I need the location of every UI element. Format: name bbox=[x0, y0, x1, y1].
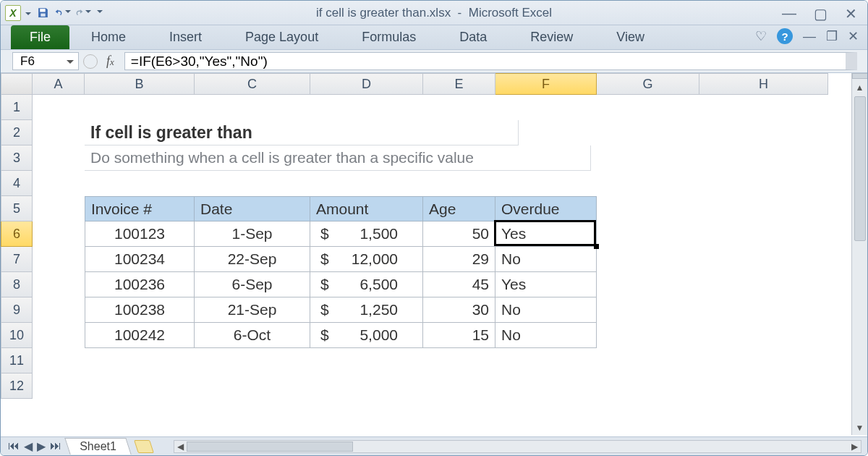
cell-F8[interactable]: Yes bbox=[495, 272, 597, 297]
horizontal-scrollbar[interactable]: ◀▶ bbox=[174, 440, 861, 453]
column-header[interactable]: A bbox=[33, 73, 85, 95]
cell-D10[interactable]: $5,000 bbox=[310, 323, 423, 348]
ribbon-minimize-icon[interactable]: ♡ bbox=[755, 28, 767, 44]
close-button[interactable]: ✕ bbox=[845, 5, 857, 22]
redo-button[interactable] bbox=[75, 4, 92, 22]
cell-D8[interactable]: $6,500 bbox=[310, 272, 423, 297]
tab-review[interactable]: Review bbox=[509, 25, 595, 49]
svg-rect-0 bbox=[40, 9, 45, 12]
undo-icon bbox=[55, 8, 63, 18]
cell-E8[interactable]: 45 bbox=[423, 272, 495, 297]
tab-data[interactable]: Data bbox=[438, 25, 509, 49]
cancel-icon[interactable] bbox=[83, 54, 98, 69]
row-header[interactable]: 12 bbox=[1, 373, 33, 399]
cell-B9[interactable]: 100238 bbox=[85, 297, 195, 323]
scroll-thumb[interactable] bbox=[854, 96, 866, 241]
fill-handle[interactable] bbox=[594, 244, 599, 249]
column-header[interactable]: E bbox=[423, 73, 495, 95]
name-box[interactable]: F6 bbox=[12, 52, 79, 70]
cell-C10[interactable]: 6-Oct bbox=[195, 323, 310, 348]
cell-E7[interactable]: 29 bbox=[423, 247, 495, 272]
cell-F9[interactable]: No bbox=[495, 297, 597, 323]
cell-B8[interactable]: 100236 bbox=[85, 272, 195, 297]
row-header[interactable]: 4 bbox=[1, 171, 33, 196]
cell-C8[interactable]: 6-Sep bbox=[195, 272, 310, 297]
column-header[interactable]: C bbox=[195, 73, 310, 95]
scroll-down-icon[interactable]: ▼ bbox=[856, 421, 864, 435]
cell-D6[interactable]: $1,500 bbox=[310, 221, 423, 247]
cell-B6[interactable]: 100123 bbox=[85, 221, 195, 247]
redo-icon bbox=[75, 8, 83, 18]
row-header[interactable]: 10 bbox=[1, 323, 33, 348]
column-header[interactable]: D bbox=[310, 73, 423, 95]
sheet-tab[interactable]: Sheet1 bbox=[64, 438, 131, 455]
cell-F7[interactable]: No bbox=[495, 247, 597, 272]
cell-D5[interactable]: Amount bbox=[310, 196, 423, 221]
excel-icon[interactable]: X bbox=[5, 5, 21, 21]
cell-E10[interactable]: 15 bbox=[423, 323, 495, 348]
cell-C6[interactable]: 1-Sep bbox=[195, 221, 310, 247]
cell-E6[interactable]: 50 bbox=[423, 221, 495, 247]
cell-E5[interactable]: Age bbox=[423, 196, 495, 221]
row-header[interactable]: 6 bbox=[1, 221, 33, 247]
window-title: if cell is greater than.xlsx - Microsoft… bbox=[1, 6, 867, 20]
workbook-minimize-button[interactable]: — bbox=[803, 29, 816, 44]
file-tab[interactable]: File bbox=[11, 25, 69, 49]
sheet-tab-bar: ⏮◀▶⏭ Sheet1 ◀▶ bbox=[1, 436, 867, 455]
tab-view[interactable]: View bbox=[595, 25, 666, 49]
row-header[interactable]: 9 bbox=[1, 297, 33, 323]
formula-input[interactable]: =IF(E6>30,"Yes","No") bbox=[124, 52, 857, 70]
fx-icon[interactable]: fx bbox=[101, 54, 120, 69]
formula-bar: F6 fx =IF(E6>30,"Yes","No") bbox=[1, 50, 867, 73]
vertical-scrollbar[interactable]: ▲ ▼ bbox=[851, 73, 867, 435]
cell-B2[interactable]: If cell is greater than bbox=[85, 120, 519, 145]
scroll-up-icon[interactable]: ▲ bbox=[856, 80, 864, 95]
save-icon bbox=[37, 7, 49, 19]
cell-F5[interactable]: Overdue bbox=[495, 196, 597, 221]
row-header[interactable]: 11 bbox=[1, 348, 33, 373]
workbook-restore-button[interactable]: ❐ bbox=[826, 28, 838, 44]
qat-customize[interactable] bbox=[95, 4, 102, 22]
svg-rect-1 bbox=[41, 14, 45, 17]
sheet-nav-buttons[interactable]: ⏮◀▶⏭ bbox=[7, 439, 63, 453]
cell-D7[interactable]: $12,000 bbox=[310, 247, 423, 272]
row-header[interactable]: 3 bbox=[1, 145, 33, 171]
new-sheet-button[interactable] bbox=[134, 440, 154, 453]
row-header[interactable]: 7 bbox=[1, 247, 33, 272]
cell-B7[interactable]: 100234 bbox=[85, 247, 195, 272]
tab-home[interactable]: Home bbox=[69, 25, 148, 49]
row-header[interactable]: 8 bbox=[1, 272, 33, 297]
cell-B3[interactable]: Do something when a cell is greater than… bbox=[85, 145, 591, 171]
column-header[interactable]: H bbox=[699, 73, 828, 95]
ribbon-tabs: File HomeInsertPage LayoutFormulasDataRe… bbox=[1, 25, 867, 50]
cell-B5[interactable]: Invoice # bbox=[85, 196, 195, 221]
cell-B10[interactable]: 100242 bbox=[85, 323, 195, 348]
column-header[interactable]: G bbox=[597, 73, 699, 95]
select-all-corner[interactable] bbox=[1, 73, 33, 95]
maximize-button[interactable]: ▢ bbox=[814, 5, 827, 22]
tab-insert[interactable]: Insert bbox=[148, 25, 224, 49]
cell-C5[interactable]: Date bbox=[195, 196, 310, 221]
row-header[interactable]: 2 bbox=[1, 120, 33, 145]
cell-F6[interactable]: Yes bbox=[495, 221, 597, 247]
spreadsheet-grid: ABCDEFGH 123456789101112 If cell is grea… bbox=[1, 73, 867, 435]
split-handle[interactable] bbox=[852, 73, 868, 79]
minimize-button[interactable]: — bbox=[782, 5, 796, 22]
cell-F10[interactable]: No bbox=[495, 323, 597, 348]
undo-button[interactable] bbox=[54, 4, 72, 22]
app-menu-dropdown[interactable] bbox=[25, 12, 31, 18]
tab-formulas[interactable]: Formulas bbox=[340, 25, 438, 49]
cell-C7[interactable]: 22-Sep bbox=[195, 247, 310, 272]
column-header[interactable]: B bbox=[85, 73, 195, 95]
row-header[interactable]: 1 bbox=[1, 95, 33, 120]
tab-page-layout[interactable]: Page Layout bbox=[224, 25, 340, 49]
save-button[interactable] bbox=[34, 4, 51, 22]
workbook-close-button[interactable]: ✕ bbox=[848, 28, 859, 44]
help-icon[interactable]: ? bbox=[777, 28, 793, 44]
window-controls: — ▢ ✕ bbox=[782, 5, 857, 22]
column-header[interactable]: F bbox=[495, 73, 597, 95]
cell-D9[interactable]: $1,250 bbox=[310, 297, 423, 323]
row-header[interactable]: 5 bbox=[1, 196, 33, 221]
cell-E9[interactable]: 30 bbox=[423, 297, 495, 323]
cell-C9[interactable]: 21-Sep bbox=[195, 297, 310, 323]
